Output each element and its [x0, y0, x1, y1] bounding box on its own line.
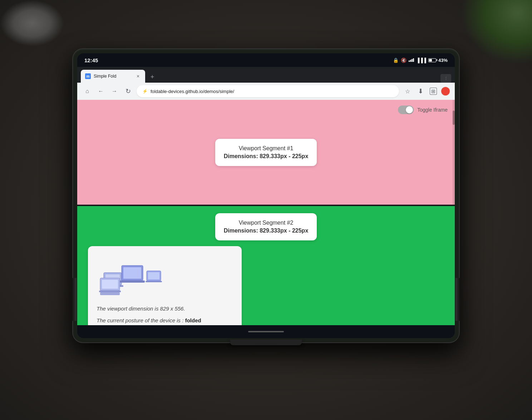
site-info-icon: ⚡ — [142, 89, 148, 94]
toggle-area: Toggle Iframe — [398, 106, 448, 114]
device-left-hinge — [72, 278, 77, 321]
device-wrapper: 12:45 🔒 🔇 ▐▐▐ 43% — [66, 49, 466, 371]
svg-rect-7 — [148, 272, 159, 279]
chrome-tabbar: m Simple Fold × + ⋮ — [77, 67, 455, 83]
device-screen: 12:45 🔒 🔇 ▐▐▐ 43% — [77, 53, 455, 338]
posture-value: folded — [185, 317, 201, 323]
toggle-knob — [406, 106, 413, 113]
mute-icon: 🔇 — [401, 58, 407, 63]
lock-icon: 🔒 — [393, 58, 399, 63]
forward-button[interactable]: → — [109, 86, 119, 96]
home-button[interactable]: ⌂ — [82, 86, 92, 96]
viewport-segment-1: Viewport Segment #1 Dimensions: 829.333p… — [77, 100, 455, 205]
toggle-label: Toggle Iframe — [417, 107, 448, 113]
toggle-iframe-switch[interactable] — [398, 106, 414, 114]
download-icon: ⬇ — [418, 87, 423, 95]
tab-menu-button[interactable]: ⋮ — [440, 74, 451, 83]
svg-rect-11 — [99, 290, 121, 292]
toolbar-icons: ☆ ⬇ ⊞ — [403, 86, 450, 96]
bookmark-button[interactable]: ☆ — [403, 86, 413, 96]
devices-illustration — [97, 255, 168, 298]
segment2-title: Viewport Segment #2 — [224, 220, 309, 226]
decorative-plant-right — [460, 0, 532, 64]
webpage-content: Viewport Segment #1 Dimensions: 829.333p… — [77, 100, 455, 325]
segment2-info-card: Viewport Segment #2 Dimensions: 829.333p… — [215, 213, 317, 240]
chrome-addressbar: ⌂ ← → ↻ ⚡ foldable-devices.github.io/dem… — [77, 83, 455, 100]
segment2-dimensions: Dimensions: 829.333px - 225px — [224, 228, 309, 234]
svg-rect-5 — [120, 280, 145, 283]
address-bar[interactable]: ⚡ foldable-devices.github.io/demos/simpl… — [137, 85, 399, 97]
battery-percent: 43% — [438, 58, 448, 63]
viewport-segment-2: Viewport Segment #2 Dimensions: 829.333p… — [77, 206, 455, 325]
url-display: foldable-devices.github.io/demos/simple/ — [151, 89, 393, 94]
svg-rect-10 — [102, 280, 118, 289]
device-hinge — [230, 340, 302, 345]
refresh-icon: ↻ — [125, 87, 131, 95]
status-bar: 12:45 🔒 🔇 ▐▐▐ 43% — [77, 53, 455, 67]
back-icon: ← — [98, 88, 104, 94]
device-shell: 12:45 🔒 🔇 ▐▐▐ 43% — [73, 49, 459, 342]
forward-icon: → — [112, 88, 117, 94]
wifi-icon — [409, 58, 414, 63]
scrollbar[interactable] — [453, 100, 455, 205]
tab-favicon: m — [85, 73, 91, 79]
home-icon: ⌂ — [85, 88, 89, 94]
extensions-button[interactable]: ⊞ — [428, 86, 438, 96]
new-tab-button[interactable]: + — [147, 71, 158, 83]
tab-close-button[interactable]: × — [135, 73, 141, 79]
scrollbar-thumb[interactable] — [453, 111, 455, 125]
svg-rect-12 — [100, 292, 120, 295]
segment1-dimensions: Dimensions: 829.333px - 225px — [224, 153, 309, 160]
content-card: The viewport dimension is 829 x 556. The… — [88, 246, 242, 325]
tab-title: Simple Fold — [94, 74, 132, 79]
svg-rect-8 — [146, 281, 162, 282]
svg-rect-4 — [123, 267, 141, 279]
posture-text: The current posture of the device is : f… — [97, 317, 233, 325]
refresh-button[interactable]: ↻ — [123, 86, 133, 96]
signal-bars — [409, 58, 414, 62]
download-button[interactable]: ⬇ — [415, 86, 425, 96]
home-indicator — [248, 331, 284, 332]
status-icons: 🔒 🔇 ▐▐▐ 43% — [393, 58, 448, 63]
extension-dot-button[interactable] — [441, 87, 450, 96]
extensions-icon: ⊞ — [430, 88, 437, 95]
segment1-title: Viewport Segment #1 — [224, 145, 309, 152]
viewport-dimension-text: The viewport dimension is 829 x 556. — [97, 305, 233, 313]
decorative-object-left — [0, 0, 64, 47]
device-right-hinge — [455, 278, 460, 321]
device-bottom-bar — [77, 325, 455, 338]
network-strength: ▐▐▐ — [416, 58, 426, 63]
bookmark-icon: ☆ — [405, 88, 410, 95]
segment1-info-card: Viewport Segment #1 Dimensions: 829.333p… — [215, 139, 317, 166]
battery-indicator — [428, 58, 436, 62]
back-button[interactable]: ← — [96, 86, 106, 96]
active-tab[interactable]: m Simple Fold × — [81, 70, 145, 83]
status-time: 12:45 — [84, 57, 98, 63]
